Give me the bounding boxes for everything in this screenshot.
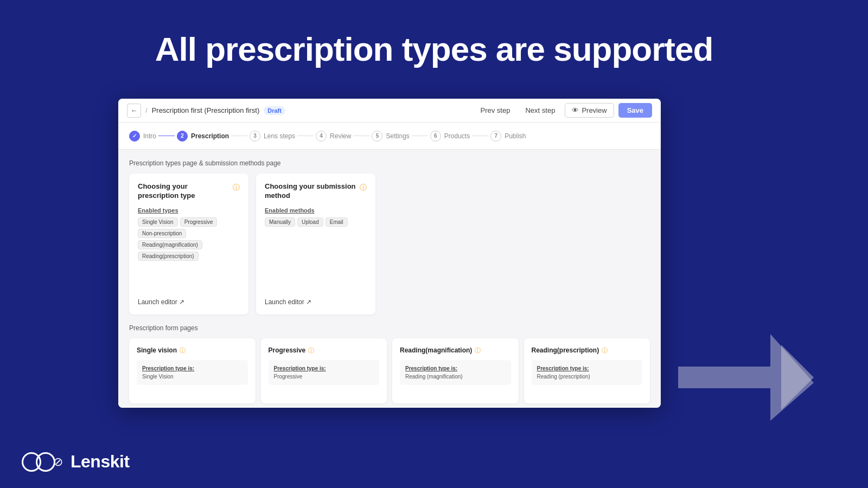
tag-non-prescription: Non-prescription: [138, 229, 186, 238]
enabled-methods-label: Enabled methods: [265, 207, 367, 214]
tag-email: Email: [326, 217, 348, 227]
step-label-review: Review: [330, 132, 351, 140]
step-line-4: [353, 136, 369, 136]
page-heading: All prescription types are supported: [0, 0, 868, 85]
form-card-reading-presc: Reading(prescription) ⓘ Prescription typ…: [524, 338, 650, 403]
submission-method-card: Choosing your submission method ⓘ Enable…: [256, 174, 375, 314]
form-card-inner-sv: Prescription type is: Single Vision: [137, 360, 248, 385]
info-icon-card1: ⓘ: [233, 183, 240, 192]
info-icon-prog: ⓘ: [308, 346, 314, 355]
step-circle-review: 4: [316, 131, 327, 142]
launch-editor-card2[interactable]: Launch editor ↗: [265, 298, 367, 306]
form-card-title-rpresc: Reading(prescription): [532, 346, 599, 354]
form-card-reading-mag: Reading(magnification) ⓘ Prescription ty…: [392, 338, 519, 403]
step-circle-settings: 5: [372, 131, 382, 142]
step-circle-lens: 3: [250, 131, 260, 142]
step-line-5: [412, 136, 428, 136]
cards-row-1: Choosing your prescription type ⓘ Enable…: [129, 174, 650, 314]
step-circle-intro: ✓: [129, 131, 140, 142]
top-bar-actions: Prev step Next step 👁 Preview Save: [475, 103, 652, 118]
form-card-header-sv: Single vision ⓘ: [137, 346, 248, 355]
step-lens[interactable]: 3 Lens steps: [250, 131, 295, 142]
form-card-title-prog: Progressive: [269, 346, 306, 354]
draft-badge: Draft: [264, 106, 285, 115]
lenskit-name: Lenskit: [71, 452, 130, 472]
tag-reading-magnification: Reading(magnification): [138, 240, 202, 249]
top-bar: ← / Prescription first (Prescription fir…: [118, 99, 661, 123]
prescription-type-value-rmag: Reading (magnification): [405, 374, 506, 380]
prescription-type-label-rmag: Prescription type is:: [405, 365, 506, 371]
arrow-decoration: [673, 312, 825, 445]
form-card-header-rpresc: Reading(prescription) ⓘ: [532, 346, 643, 355]
step-circle-prescription: 2: [177, 131, 188, 142]
form-card-title-rmag: Reading(magnification): [400, 346, 472, 354]
form-card-single-vision: Single vision ⓘ Prescription type is: Si…: [129, 338, 256, 403]
step-line-3: [297, 136, 314, 136]
save-button[interactable]: Save: [618, 103, 652, 118]
tag-single-vision: Single Vision: [138, 217, 178, 227]
step-publish[interactable]: 7 Publish: [490, 131, 526, 142]
preview-button[interactable]: 👁 Preview: [565, 103, 614, 118]
launch-editor-card1[interactable]: Launch editor ↗: [138, 298, 240, 306]
steps-bar: ✓ Intro 2 Prescription 3 Lens steps 4 Re…: [118, 123, 661, 150]
info-icon-rmag: ⓘ: [475, 346, 481, 355]
step-label-publish: Publish: [505, 132, 526, 140]
lenskit-logo: ⊘: [22, 452, 63, 472]
step-label-prescription: Prescription: [191, 132, 229, 140]
card1-header: Choosing your prescription type ⓘ: [138, 182, 240, 201]
tag-progressive: Progressive: [180, 217, 218, 227]
step-intro[interactable]: ✓ Intro: [129, 131, 156, 142]
step-label-intro: Intro: [143, 132, 156, 140]
step-line-6: [472, 136, 488, 136]
card2-header: Choosing your submission method ⓘ: [265, 182, 367, 201]
branding: ⊘ Lenskit: [22, 452, 130, 472]
step-products[interactable]: 6 Products: [430, 131, 470, 142]
form-card-inner-rmag: Prescription type is: Reading (magnifica…: [400, 360, 511, 385]
form-card-progressive: Progressive ⓘ Prescription type is: Prog…: [261, 338, 387, 403]
prescription-type-card: Choosing your prescription type ⓘ Enable…: [129, 174, 248, 314]
step-label-settings: Settings: [386, 132, 409, 140]
eye-icon: 👁: [572, 106, 579, 114]
card1-title: Choosing your prescription type: [138, 182, 229, 201]
form-card-title-sv: Single vision: [137, 346, 177, 354]
breadcrumb-sep: /: [145, 106, 148, 114]
tag-reading-prescription: Reading(prescription): [138, 252, 199, 261]
prescription-type-value-sv: Single Vision: [142, 374, 242, 380]
enabled-types-label: Enabled types: [138, 207, 240, 214]
tag-manually: Manually: [265, 217, 295, 227]
step-label-lens: Lens steps: [264, 132, 295, 140]
info-icon-sv: ⓘ: [180, 346, 186, 355]
info-icon-rpresc: ⓘ: [602, 346, 608, 355]
step-review[interactable]: 4 Review: [316, 131, 351, 142]
content-area: Prescription types page & submission met…: [118, 150, 661, 408]
step-line-2: [231, 136, 247, 136]
step-settings[interactable]: 5 Settings: [372, 131, 409, 142]
prev-step-button[interactable]: Prev step: [475, 104, 516, 117]
form-cards-row: Single vision ⓘ Prescription type is: Si…: [129, 338, 650, 403]
breadcrumb-text: Prescription first (Prescription first): [152, 106, 260, 114]
form-card-header-rmag: Reading(magnification) ⓘ: [400, 346, 511, 355]
step-line-1: [158, 136, 175, 136]
info-icon-card2: ⓘ: [360, 183, 367, 192]
step-prescription[interactable]: 2 Prescription: [177, 131, 229, 142]
prescription-type-value-rpresc: Reading (prescription): [537, 374, 637, 380]
back-button[interactable]: ←: [127, 104, 141, 118]
card2-title: Choosing your submission method: [265, 182, 356, 201]
app-window: ← / Prescription first (Prescription fir…: [118, 99, 661, 408]
prescription-type-label-sv: Prescription type is:: [142, 365, 242, 371]
tag-upload: Upload: [297, 217, 323, 227]
prescription-type-label-prog: Prescription type is:: [274, 365, 374, 371]
next-step-button[interactable]: Next step: [520, 104, 560, 117]
step-circle-publish: 7: [490, 131, 501, 142]
form-card-inner-rpresc: Prescription type is: Reading (prescript…: [532, 360, 643, 385]
prescription-type-value-prog: Progressive: [274, 374, 374, 380]
section1-label: Prescription types page & submission met…: [129, 159, 650, 167]
form-card-header-prog: Progressive ⓘ: [269, 346, 380, 355]
step-label-products: Products: [444, 132, 470, 140]
logo-slash-icon: ⊘: [53, 455, 63, 469]
form-card-inner-prog: Prescription type is: Progressive: [269, 360, 380, 385]
submission-methods-tags: Manually Upload Email: [265, 217, 367, 227]
logo-circle-2: [36, 452, 55, 472]
section2-label: Prescription form pages: [129, 324, 650, 332]
prescription-type-label-rpresc: Prescription type is:: [537, 365, 637, 371]
